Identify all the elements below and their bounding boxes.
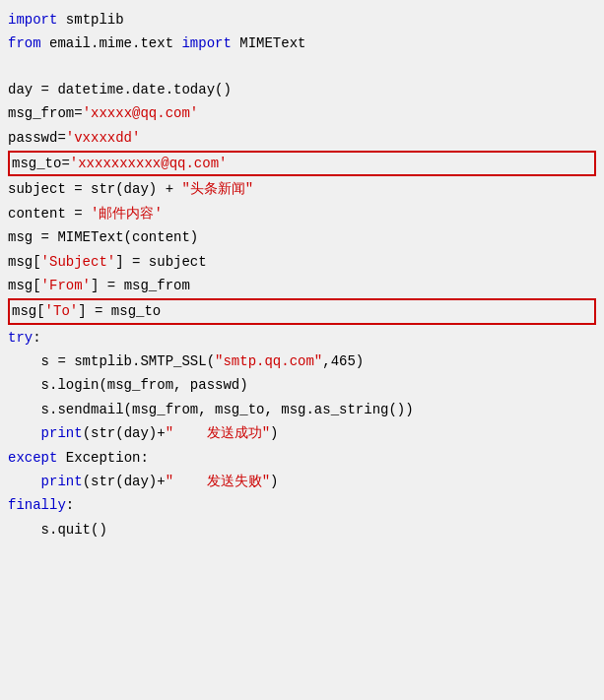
code-line-14: s = smtplib.SMTP_SSL("smtp.qq.com",465) bbox=[8, 350, 596, 373]
code-line-8: content = '邮件内容' bbox=[8, 202, 596, 225]
keyword-import: import bbox=[8, 9, 57, 31]
code-line-2: from email.mime.text import MIMEText bbox=[8, 32, 596, 55]
code-line-10: msg['Subject'] = subject bbox=[8, 250, 596, 274]
code-line-6-highlighted: msg_to='xxxxxxxxxx@qq.com' bbox=[8, 151, 596, 176]
keyword-except: except bbox=[8, 447, 57, 469]
code-line-15: s.login(msg_from, passwd) bbox=[8, 373, 596, 397]
code-line-18: except Exception: bbox=[8, 446, 596, 470]
code-line-13: try: bbox=[8, 326, 596, 350]
code-line-3: day = datetime.date.today() bbox=[8, 78, 596, 101]
code-line-7: subject = str(day) + "头条新闻" bbox=[8, 177, 596, 201]
code-line-19: print(str(day)+" 发送失败") bbox=[8, 470, 596, 493]
keyword-finally: finally bbox=[8, 494, 66, 516]
keyword-try: try bbox=[8, 327, 33, 349]
code-line-11: msg['From'] = msg_from bbox=[8, 274, 596, 297]
code-line-21: s.quit() bbox=[8, 518, 596, 541]
blank-line-1 bbox=[8, 56, 596, 78]
code-editor: import smtplib from email.mime.text impo… bbox=[0, 0, 604, 700]
code-line-1: import smtplib bbox=[8, 8, 596, 32]
code-line-16: s.sendmail(msg_from, msg_to, msg.as_stri… bbox=[8, 398, 596, 421]
code-line-4: msg_from='xxxxx@qq.com' bbox=[8, 101, 596, 125]
code-line-17: print(str(day)+" 发送成功") bbox=[8, 421, 596, 445]
keyword-from: from bbox=[8, 32, 41, 54]
keyword-print1: print bbox=[41, 422, 83, 444]
code-line-20: finally: bbox=[8, 493, 596, 517]
code-line-5: passwd='vxxxxdd' bbox=[8, 126, 596, 150]
code-line-12-highlighted: msg['To'] = msg_to bbox=[8, 298, 596, 324]
keyword-import2: import bbox=[181, 32, 231, 54]
code-line-9: msg = MIMEText(content) bbox=[8, 225, 596, 249]
keyword-print2: print bbox=[41, 471, 83, 492]
